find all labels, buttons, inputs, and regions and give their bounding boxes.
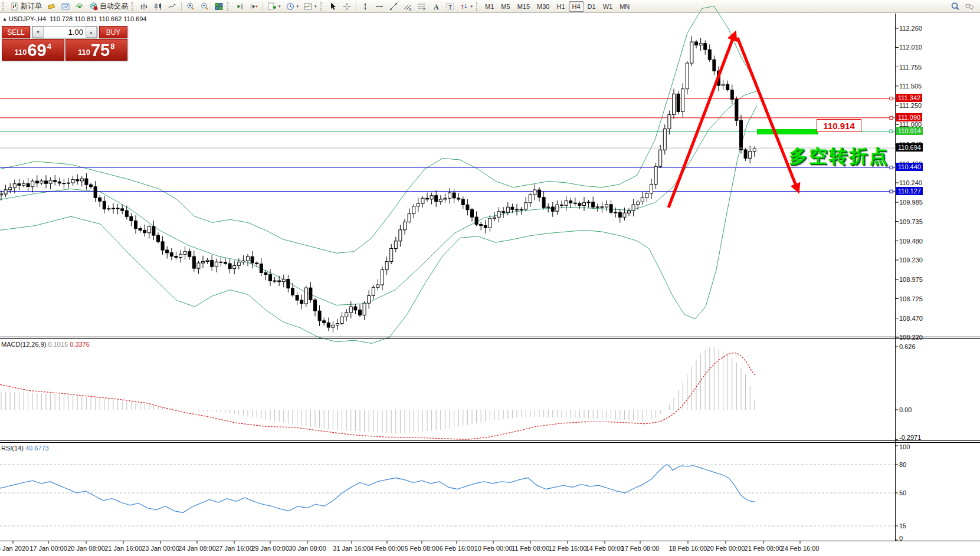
symbol-ohlc: 110.728 110.811 110.662 110.694 (50, 15, 146, 22)
price-label-110.914: 110.914 (896, 127, 923, 135)
rsi-plot (0, 465, 755, 513)
horizontal-level-lines[interactable] (0, 97, 895, 193)
sell-price-prefix: 110 (15, 48, 27, 57)
candlesticks (0, 36, 756, 333)
volume-control: ▼ ▲ (32, 26, 97, 38)
rsi-label: RSI(14) 40.6773 (1, 445, 49, 452)
cn-annotation-text[interactable]: 多空转折点 (789, 144, 889, 169)
macd-label: MACD(12,26,9) 0.1015 0.3376 (1, 341, 90, 348)
buy-button[interactable]: BUY (99, 26, 127, 38)
mt4-window: { "window":{"title":"MetaTrader 4","widt… (0, 0, 980, 556)
chart-canvas[interactable] (0, 0, 980, 556)
one-click-trading-panel: SELL ▼ ▲ BUY 110 69 4 110 75 8 (2, 26, 127, 61)
rsi-gridlines (0, 465, 895, 526)
trend-up-arrow[interactable] (668, 34, 735, 208)
price-label-110.127: 110.127 (896, 187, 923, 195)
bollinger-lower (0, 106, 757, 343)
buy-price-box[interactable]: 110 75 8 (65, 39, 128, 61)
price-label-111.342: 111.342 (896, 94, 922, 102)
buy-price-sup: 8 (110, 42, 114, 51)
price-label-111.090: 111.090 (896, 113, 922, 121)
volume-input[interactable] (44, 27, 86, 38)
symbol-info-line: ▲ USDJPY-,H4 110.728 110.811 110.662 110… (2, 15, 146, 22)
macd-plot (0, 347, 756, 439)
sell-price-big: 69 (27, 42, 46, 59)
symbol-name: USDJPY-,H4 (9, 15, 46, 22)
sell-price-box[interactable]: 110 69 4 (2, 39, 64, 61)
price-tag-110914[interactable]: 110.914 (817, 119, 861, 132)
volume-increase-button[interactable]: ▲ (86, 27, 97, 38)
sell-button[interactable]: SELL (2, 26, 30, 38)
volume-decrease-button[interactable]: ▼ (32, 27, 44, 38)
buy-price-prefix: 110 (78, 48, 90, 57)
pane-frames (0, 14, 980, 541)
symbol-triangle-icon: ▲ (2, 17, 7, 22)
buy-price-big: 75 (91, 42, 110, 59)
price-label-110.440: 110.440 (896, 163, 923, 171)
sell-price-sup: 4 (47, 42, 51, 51)
rsi-line (0, 465, 755, 513)
price-label-110.694: 110.694 (896, 143, 923, 152)
support-highlight-bar (757, 129, 818, 134)
